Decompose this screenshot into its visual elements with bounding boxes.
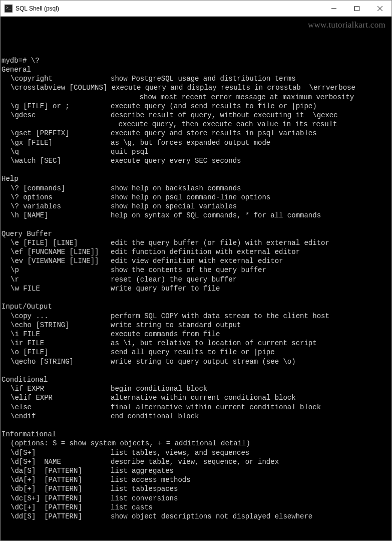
terminal-line: \? variablesshow help on special variabl… [2, 202, 391, 211]
terminal-line: \o [FILE]send all query results to file … [2, 348, 391, 357]
window-title: SQL Shell (psql) [16, 5, 322, 12]
terminal-line: \qecho [STRING]write string to query out… [2, 357, 391, 366]
terminal-line: Informational [2, 430, 391, 439]
terminal-line: \g [FILE] or ;execute query (and send re… [2, 102, 391, 111]
close-button[interactable] [368, 1, 391, 16]
terminal-line [2, 293, 391, 302]
terminal-line: mydb=# \? [2, 56, 391, 65]
terminal-line: \copy ...perform SQL COPY with data stre… [2, 312, 391, 321]
terminal-line: \elsefinal alternative within current co… [2, 403, 391, 412]
terminal-line: \gdescdescribe result of query, without … [2, 111, 391, 120]
terminal-line: \copyrightshow PostgreSQL usage and dist… [2, 74, 391, 83]
terminal-line [2, 165, 391, 174]
terminal-line: \dd[S] [PATTERN]show object descriptions… [2, 512, 391, 521]
terminal-line: Input/Output [2, 302, 391, 311]
terminal-line: Query Buffer [2, 229, 391, 238]
terminal-line: \dA[+] [PATTERN]list access methods [2, 475, 391, 484]
terminal-line: \ev [VIEWNAME [LINE]]edit view definitio… [2, 256, 391, 265]
terminal-line: \da[S] [PATTERN]list aggregates [2, 466, 391, 475]
terminal-line: \w FILEwrite query buffer to file [2, 284, 391, 293]
watermark-text: www.tutorialkart.com [308, 21, 385, 30]
svg-rect-1 [355, 6, 359, 11]
titlebar[interactable]: SQL Shell (psql) [1, 1, 391, 17]
terminal-line: Help [2, 174, 391, 183]
window-controls [322, 1, 391, 16]
terminal-line: \watch [SEC]execute query every SEC seco… [2, 156, 391, 165]
terminal-line: \e [FILE] [LINE]edit the query buffer (o… [2, 238, 391, 247]
terminal-line [2, 220, 391, 229]
terminal-line: \qquit psql [2, 147, 391, 156]
minimize-button[interactable] [322, 1, 345, 16]
maximize-button[interactable] [345, 1, 368, 16]
terminal-line [2, 47, 391, 56]
terminal-line: General [2, 65, 391, 74]
terminal-line: \? [commands]show help on backslash comm… [2, 184, 391, 193]
app-icon [5, 5, 13, 13]
terminal-line: (options: S = show system objects, + = a… [2, 439, 391, 448]
terminal-line: \d[S+]list tables, views, and sequences [2, 448, 391, 457]
terminal-line: \rreset (clear) the query buffer [2, 275, 391, 284]
terminal-line: \pshow the contents of the query buffer [2, 265, 391, 275]
terminal-line: \dC[+] [PATTERN]list casts [2, 503, 391, 512]
terminal-line: \h [NAME]help on syntax of SQL commands,… [2, 211, 391, 220]
terminal-line: \ef [FUNCNAME [LINE]]edit function defin… [2, 247, 391, 256]
terminal-line [2, 366, 391, 375]
terminal-line: Conditional [2, 375, 391, 384]
terminal-line: \echo [STRING]write string to standard o… [2, 321, 391, 330]
terminal-line: \if EXPRbegin conditional block [2, 384, 391, 393]
terminal-content: mydb=# \?General\copyrightshow PostgreSQ… [2, 47, 391, 521]
terminal-line: \i FILEexecute commands from file [2, 330, 391, 339]
terminal-area[interactable]: www.tutorialkart.com mydb=# \?General\co… [1, 17, 391, 540]
app-window: SQL Shell (psql) www.tutorialkart.com my… [0, 0, 392, 541]
terminal-line: \? optionsshow help on psql command-line… [2, 193, 391, 202]
terminal-line: execute query, then execute each value i… [2, 120, 391, 129]
terminal-line: \crosstabview [COLUMNS] execute query an… [2, 83, 391, 92]
terminal-line: \elif EXPRalternative within current con… [2, 393, 391, 402]
terminal-line: \dc[S+] [PATTERN]list conversions [2, 494, 391, 503]
terminal-line [2, 421, 391, 430]
terminal-line: \ir FILEas \i, but relative to location … [2, 339, 391, 348]
terminal-line: \db[+] [PATTERN]list tablespaces [2, 484, 391, 493]
terminal-line: \gset [PREFIX]execute query and store re… [2, 129, 391, 138]
terminal-line: \d[S+] NAMEdescribe table, view, sequenc… [2, 457, 391, 466]
terminal-line: show most recent error message at maximu… [2, 93, 391, 102]
terminal-line: \endifend conditional block [2, 412, 391, 421]
terminal-line: \gx [FILE]as \g, but forces expanded out… [2, 138, 391, 147]
